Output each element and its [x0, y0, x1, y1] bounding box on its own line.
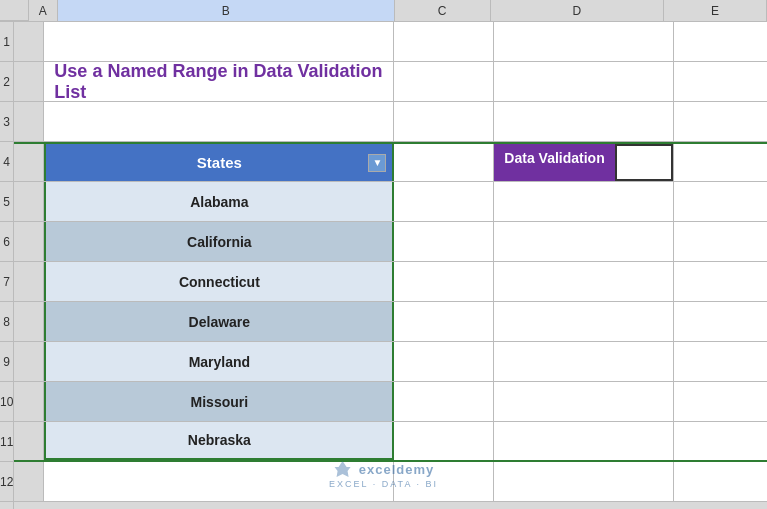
cell-5b-alabama[interactable]: Alabama	[44, 182, 394, 221]
data-validation-input-cell[interactable]	[615, 144, 674, 181]
cell-8d	[494, 302, 674, 341]
states-dropdown-arrow[interactable]: ▼	[368, 154, 386, 172]
cell-11b-nebraska[interactable]: Nebraska	[44, 422, 394, 460]
cell-2c	[394, 62, 494, 101]
state-delaware: Delaware	[189, 314, 250, 330]
cell-7c	[394, 262, 494, 301]
cell-3b	[44, 102, 394, 141]
footer-watermark: exceldemy EXCEL · DATA · BI	[329, 459, 438, 489]
cell-12e	[674, 462, 767, 501]
row-num-4: 4	[0, 142, 13, 182]
states-header-label: States	[197, 154, 242, 171]
col-header-a: A	[29, 0, 58, 21]
row-6: California	[14, 222, 767, 262]
data-validation-wrapper: Data Validation	[494, 144, 673, 181]
footer-logo: exceldemy	[333, 459, 435, 479]
state-nebraska: Nebraska	[188, 432, 251, 448]
cell-1e	[674, 22, 767, 61]
cell-8a	[14, 302, 44, 341]
cell-5e	[674, 182, 767, 221]
cell-6a	[14, 222, 44, 261]
cell-11d	[494, 422, 674, 460]
row-numbers: 1 2 3 4 5 6 7 8 9 10 11 12	[0, 22, 14, 509]
footer-brand: exceldemy	[359, 462, 435, 477]
col-header-b: B	[58, 0, 395, 21]
cell-9d	[494, 342, 674, 381]
cell-10d	[494, 382, 674, 421]
cell-4b-states-header: States ▼	[44, 144, 394, 181]
row-2: Use a Named Range in Data Validation Lis…	[14, 62, 767, 102]
spreadsheet-wrapper: A B C D E 1 2 3 4 5 6 7 8 9 10 11 12	[0, 0, 767, 509]
cell-9e	[674, 342, 767, 381]
footer-tagline: EXCEL · DATA · BI	[329, 479, 438, 489]
row-num-1: 1	[0, 22, 13, 62]
grid-content: Use a Named Range in Data Validation Lis…	[14, 22, 767, 509]
cell-1d	[494, 22, 674, 61]
cell-1a	[14, 22, 44, 61]
cell-12d	[494, 462, 674, 501]
cell-3d	[494, 102, 674, 141]
cell-5a	[14, 182, 44, 221]
cell-4c	[394, 144, 494, 181]
cell-2a	[14, 62, 44, 101]
row-num-5: 5	[0, 182, 13, 222]
state-missouri: Missouri	[191, 394, 249, 410]
cell-8b-delaware[interactable]: Delaware	[44, 302, 394, 341]
cell-10a	[14, 382, 44, 421]
spreadsheet-container: A B C D E 1 2 3 4 5 6 7 8 9 10 11 12	[0, 0, 767, 509]
state-alabama: Alabama	[190, 194, 248, 210]
cell-3a	[14, 102, 44, 141]
col-header-e: E	[664, 0, 767, 21]
row-10: Missouri	[14, 382, 767, 422]
row-5: Alabama	[14, 182, 767, 222]
cell-4e	[674, 144, 767, 181]
state-maryland: Maryland	[189, 354, 250, 370]
row-num-10: 10	[0, 382, 13, 422]
cell-7b-connecticut[interactable]: Connecticut	[44, 262, 394, 301]
cell-8c	[394, 302, 494, 341]
cell-8e	[674, 302, 767, 341]
cell-1c	[394, 22, 494, 61]
cell-11e	[674, 422, 767, 460]
cell-10b-missouri[interactable]: Missouri	[44, 382, 394, 421]
row-num-2: 2	[0, 62, 13, 102]
cell-6c	[394, 222, 494, 261]
cell-9a	[14, 342, 44, 381]
row-11: Nebraska	[14, 422, 767, 462]
row-4: States ▼ Data Validation	[14, 142, 767, 182]
cell-7d	[494, 262, 674, 301]
state-california: California	[187, 234, 252, 250]
cell-6b-california[interactable]: California	[44, 222, 394, 261]
row-num-11: 11	[0, 422, 13, 462]
cell-7a	[14, 262, 44, 301]
cell-9b-maryland[interactable]: Maryland	[44, 342, 394, 381]
col-header-c: C	[395, 0, 491, 21]
row-num-6: 6	[0, 222, 13, 262]
col-header-d: D	[491, 0, 664, 21]
cell-12a	[14, 462, 44, 501]
cell-2e	[674, 62, 767, 101]
corner-cell	[0, 0, 29, 21]
cell-10e	[674, 382, 767, 421]
cell-2d	[494, 62, 674, 101]
row-num-8: 8	[0, 302, 13, 342]
cell-11c	[394, 422, 494, 460]
cell-5c	[394, 182, 494, 221]
cell-3c	[394, 102, 494, 141]
cell-4a	[14, 144, 44, 181]
cell-9c	[394, 342, 494, 381]
row-3	[14, 102, 767, 142]
row-8: Delaware	[14, 302, 767, 342]
row-num-7: 7	[0, 262, 13, 302]
spreadsheet-title: Use a Named Range in Data Validation Lis…	[54, 61, 383, 103]
row-1	[14, 22, 767, 62]
cell-6e	[674, 222, 767, 261]
state-connecticut: Connecticut	[179, 274, 260, 290]
data-validation-label: Data Validation	[494, 144, 614, 181]
row-num-9: 9	[0, 342, 13, 382]
cell-10c	[394, 382, 494, 421]
row-9: Maryland	[14, 342, 767, 382]
cell-5d	[494, 182, 674, 221]
row-7: Connecticut	[14, 262, 767, 302]
row-num-12: 12	[0, 462, 13, 502]
